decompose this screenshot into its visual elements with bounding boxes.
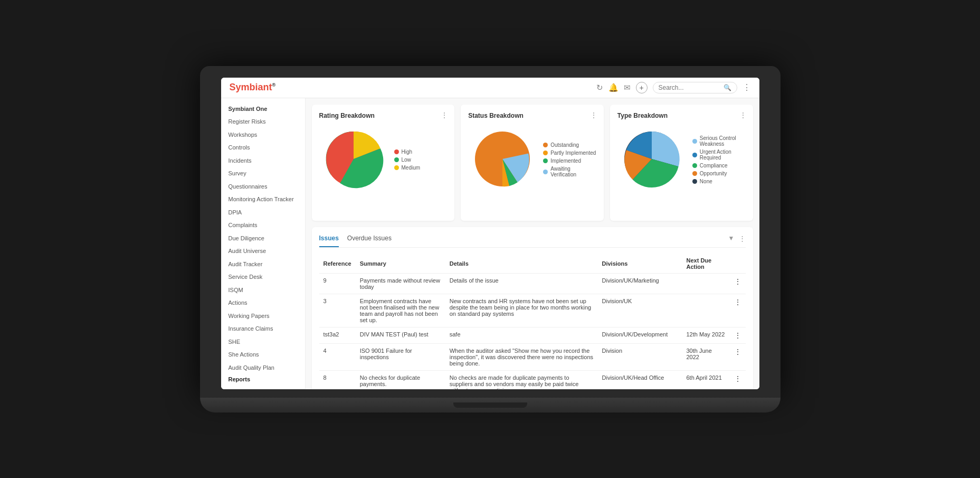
mail-icon[interactable]: ✉ <box>624 83 631 92</box>
cell-due: 6th April 2021 <box>682 370 730 389</box>
legend-item-outstanding: Outstanding <box>543 142 596 148</box>
status-chart-menu[interactable]: ⋮ <box>590 111 597 119</box>
legend-item-low: Low <box>394 157 421 163</box>
search-input[interactable] <box>659 84 720 91</box>
sidebar-item-register-risks[interactable]: Register Risks <box>221 115 305 128</box>
cell-due <box>682 294 730 327</box>
type-chart-inner: Serious Control Weakness Urgent Action R… <box>617 125 746 195</box>
row-menu-3[interactable]: ⋮ <box>730 343 746 370</box>
cell-summary: DIV MAN TEST (Paul) test <box>356 327 445 343</box>
sidebar-item-questionnaires[interactable]: Questionnaires <box>221 180 305 193</box>
cell-details: Details of the issue <box>445 273 598 294</box>
rating-breakdown-card: Rating Breakdown ⋮ <box>312 105 455 221</box>
legend-dot-implemented <box>543 158 548 163</box>
sidebar-item-due-diligence[interactable]: Due Diligence <box>221 232 305 245</box>
cell-details: New contracts and HR systems have not be… <box>445 294 598 327</box>
cell-divisions: Division/UK <box>598 294 682 327</box>
tab-overdue-issues[interactable]: Overdue Issues <box>347 235 392 247</box>
legend-label-outstanding: Outstanding <box>550 142 579 148</box>
legend-item-opportunity: Opportunity <box>692 171 746 176</box>
app-body: Symbiant One Register Risks Workshops Co… <box>221 98 759 389</box>
issues-tabs: Issues Overdue Issues ▼ ⋮ <box>319 235 746 248</box>
sidebar-item-audit-quality-plan[interactable]: Audit Quality Plan <box>221 361 305 374</box>
table-row: 4 ISO 9001 Failure for inspections When … <box>319 343 746 370</box>
legend-dot-serious <box>692 139 697 144</box>
rating-legend: High Low Medium <box>394 149 421 171</box>
laptop-base <box>200 398 781 413</box>
filter-icon[interactable]: ▼ <box>728 235 735 242</box>
rating-chart-title: Rating Breakdown <box>319 112 448 119</box>
bell-icon[interactable]: 🔔 <box>608 83 619 92</box>
legend-label-awaiting: Awaiting Verification <box>550 166 596 177</box>
sidebar-item-working-papers[interactable]: Working Papers <box>221 310 305 323</box>
col-header-next-due: Next Due Action <box>682 254 730 274</box>
type-chart-title: Type Breakdown <box>617 112 746 119</box>
cell-ref: 8 <box>319 370 356 389</box>
issues-filter-icons: ▼ ⋮ <box>728 235 746 242</box>
legend-dot-compliance <box>692 163 697 168</box>
sidebar-item-monitoring-action-tracker[interactable]: Monitoring Action Tracker <box>221 193 305 206</box>
issues-table-menu-icon[interactable]: ⋮ <box>739 235 746 242</box>
sidebar-reports-section[interactable]: Reports <box>221 374 305 385</box>
sidebar-footer: John Taylor ? Help 🔧 Set Up <box>221 389 305 389</box>
sidebar-item-service-desk[interactable]: Service Desk <box>221 270 305 284</box>
col-header-divisions: Divisions <box>598 254 682 274</box>
issues-table-header: Reference Summary Details Divisions Next… <box>319 254 746 274</box>
sidebar-item-audit-tracker[interactable]: Audit Tracker <box>221 258 305 271</box>
sidebar-item-complaints[interactable]: Complaints <box>221 219 305 232</box>
screen-bezel: Symbiant® ↻ 🔔 ✉ + 🔍 ⋮ <box>200 66 781 398</box>
cell-summary: ISO 9001 Failure for inspections <box>356 343 445 370</box>
sidebar-item-she-actions[interactable]: She Actions <box>221 348 305 361</box>
cell-details: No checks are made for duplicate payment… <box>445 370 598 389</box>
legend-item-medium: Medium <box>394 165 421 171</box>
header-icons: ↻ 🔔 ✉ + 🔍 ⋮ <box>596 82 751 93</box>
legend-item-compliance: Compliance <box>692 163 746 168</box>
row-menu-2[interactable]: ⋮ <box>730 327 746 343</box>
add-button[interactable]: + <box>636 82 648 93</box>
col-header-menu <box>730 254 746 274</box>
col-header-reference: Reference <box>319 254 356 274</box>
search-bar[interactable]: 🔍 <box>653 82 737 93</box>
legend-dot-opportunity <box>692 171 697 176</box>
cell-details: When the auditor asked "Show me how you … <box>445 343 598 370</box>
cell-ref: 3 <box>319 294 356 327</box>
cell-divisions: Division/UK/Development <box>598 327 682 343</box>
sidebar-item-actions[interactable]: Actions <box>221 296 305 310</box>
tab-issues[interactable]: Issues <box>319 235 339 247</box>
legend-item-urgent: Urgent Action Required <box>692 149 746 161</box>
sidebar-item-incidents[interactable]: Incidents <box>221 154 305 167</box>
sidebar-item-insurance-claims[interactable]: Insurance Claims <box>221 322 305 335</box>
cell-details: safe <box>445 327 598 343</box>
status-chart-title: Status Breakdown <box>468 112 596 119</box>
rating-chart-menu[interactable]: ⋮ <box>441 111 448 119</box>
row-menu-0[interactable]: ⋮ <box>730 273 746 294</box>
cell-summary: No checks for duplicate payments. <box>356 370 445 389</box>
app-logo: Symbiant® <box>230 82 276 93</box>
header-menu-icon[interactable]: ⋮ <box>743 82 751 92</box>
sidebar-item-she[interactable]: SHE <box>221 335 305 349</box>
cell-divisions: Division/UK/Head Office <box>598 370 682 389</box>
app-screen: Symbiant® ↻ 🔔 ✉ + 🔍 ⋮ <box>221 78 759 389</box>
issues-card: Issues Overdue Issues ▼ ⋮ Reference <box>312 227 753 389</box>
cell-divisions: Division/UK/Marketing <box>598 273 682 294</box>
legend-label-high: High <box>402 149 413 155</box>
rating-pie-chart <box>319 125 388 195</box>
row-menu-4[interactable]: ⋮ <box>730 370 746 389</box>
sidebar-item-survey[interactable]: Survey <box>221 167 305 180</box>
type-chart-menu[interactable]: ⋮ <box>739 111 747 119</box>
sidebar-item-controls[interactable]: Controls <box>221 141 305 154</box>
legend-dot-low <box>394 157 399 162</box>
table-row: 8 No checks for duplicate payments. No c… <box>319 370 746 389</box>
sidebar-item-isqm[interactable]: ISQM <box>221 284 305 297</box>
sidebar-item-audit-universe[interactable]: Audit Universe <box>221 245 305 258</box>
legend-item-implemented: Implemented <box>543 158 596 164</box>
table-row: 3 Employment contracts have not been fin… <box>319 294 746 327</box>
sidebar-item-symbiant-one[interactable]: Symbiant One <box>221 102 305 116</box>
row-menu-1[interactable]: ⋮ <box>730 294 746 327</box>
refresh-icon[interactable]: ↻ <box>596 83 603 92</box>
laptop-container: Symbiant® ↻ 🔔 ✉ + 🔍 ⋮ <box>200 66 781 413</box>
sidebar-item-dpia[interactable]: DPIA <box>221 206 305 219</box>
sidebar-item-workshops[interactable]: Workshops <box>221 128 305 142</box>
legend-label-serious: Serious Control Weakness <box>700 135 746 147</box>
legend-item-partly-implemented: Partly Implemented <box>543 150 596 156</box>
